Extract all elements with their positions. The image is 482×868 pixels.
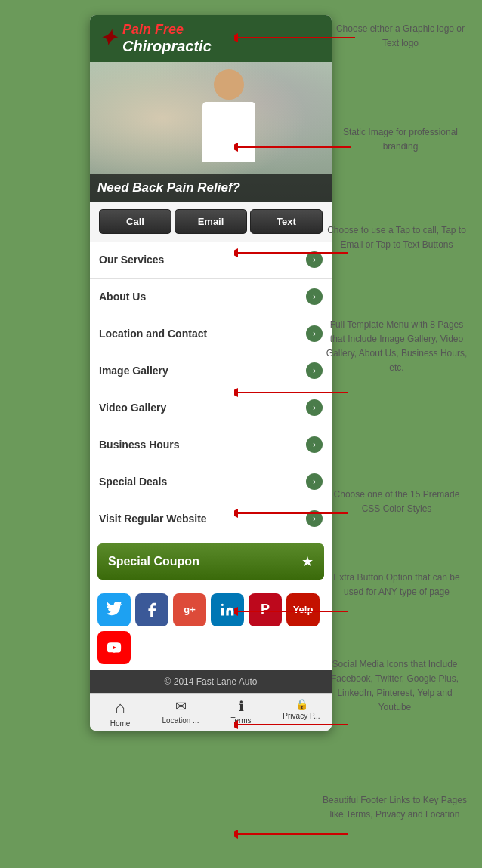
home-icon: ⌂ (115, 698, 125, 718)
chevron-icon: › (306, 362, 323, 379)
nav-location[interactable]: ✉ Location ... (158, 698, 203, 728)
chevron-icon: › (306, 473, 323, 490)
privacy-icon: 🔒 (295, 698, 308, 710)
figure-body (202, 102, 255, 162)
star-icon: ★ (301, 553, 314, 570)
youtube-icon[interactable] (97, 631, 131, 664)
menu-item-image-gallery[interactable]: Image Gallery › (90, 352, 332, 389)
chevron-icon: › (306, 325, 323, 342)
annotation-social: Social Media Icons that Include Facebook… (321, 657, 468, 714)
email-button[interactable]: Email (175, 209, 247, 234)
logo-text-block: Pain Free Chiropractic (122, 23, 212, 54)
menu-list: Our Services › About Us › Location and C… (90, 242, 332, 537)
googleplus-icon[interactable]: g+ (173, 593, 206, 626)
annotation-coupon-text: Extra Button Option that can be used for… (333, 572, 459, 597)
menu-item-label: Location and Contact (99, 328, 207, 340)
menu-item-special-deals[interactable]: Special Deals › (90, 463, 332, 500)
logo-line1: Pain Free (122, 23, 212, 38)
nav-home[interactable]: ⌂ Home (97, 698, 143, 728)
annotation-colors: Choose one of the 15 Premade CSS Color S… (325, 487, 468, 516)
social-icons-area: g+ P Yelp (90, 586, 332, 670)
annotation-social-text: Social Media Icons that Include Facebook… (331, 659, 459, 713)
annotation-buttons: Choose to use a Tap to call, Tap to Emai… (325, 223, 468, 251)
linkedin-icon[interactable] (211, 593, 244, 626)
terms-icon: ℹ (239, 698, 244, 715)
menu-item-label: Business Hours (99, 439, 180, 451)
chevron-icon: › (306, 436, 323, 453)
hero-area: Need Back Pain Relief? (90, 62, 332, 202)
facebook-icon[interactable] (135, 593, 168, 626)
svg-point-0 (221, 603, 224, 605)
phone-container: ✦ Pain Free Chiropractic Need Back Pain … (90, 15, 332, 731)
annotation-coupon: Extra Button Option that can be used for… (325, 570, 468, 599)
annotation-footer-text: Beautiful Footer Links to Key Pages like… (323, 795, 467, 820)
nav-home-label: Home (110, 719, 131, 728)
menu-item-location[interactable]: Location and Contact › (90, 315, 332, 352)
logo-area: ✦ Pain Free Chiropractic (90, 15, 332, 62)
nav-terms[interactable]: ℹ Terms (218, 698, 264, 728)
annotation-logo-text: Choose either a Graphic logo or Text log… (336, 23, 465, 48)
annotation-hero: Static Image for professional branding (332, 125, 468, 153)
annotation-buttons-text: Choose to use a Tap to call, Tap to Emai… (327, 225, 466, 250)
arrow-footer (234, 826, 385, 842)
nav-location-label: Location ... (162, 716, 199, 725)
bottom-nav: ⌂ Home ✉ Location ... ℹ Terms 🔒 Privacy … (90, 693, 332, 731)
text-button[interactable]: Text (250, 209, 323, 234)
location-icon: ✉ (175, 698, 187, 715)
menu-item-label: Our Services (99, 254, 164, 266)
coupon-label: Special Coupon (108, 555, 199, 568)
chevron-icon: › (306, 399, 323, 416)
annotation-logo: Choose either a Graphic logo or Text log… (332, 21, 468, 50)
yelp-icon[interactable]: Yelp (286, 593, 320, 626)
logo-line2: Chiropractic (122, 38, 212, 54)
menu-item-label: Special Deals (99, 476, 167, 488)
twitter-icon[interactable] (97, 593, 131, 626)
menu-item-visit-website[interactable]: Visit Regular Website › (90, 500, 332, 537)
nav-privacy[interactable]: 🔒 Privacy P... (279, 698, 324, 728)
footer-bar: © 2014 Fast Lane Auto (90, 670, 332, 693)
call-button[interactable]: Call (99, 209, 171, 234)
action-buttons: Call Email Text (90, 202, 332, 242)
footer-copyright: © 2014 Fast Lane Auto (165, 676, 258, 687)
menu-item-label: Visit Regular Website (99, 512, 207, 525)
menu-item-label: Video Gallery (99, 402, 166, 414)
hero-caption: Need Back Pain Relief? (90, 174, 332, 202)
menu-item-our-services[interactable]: Our Services › (90, 242, 332, 279)
menu-item-video-gallery[interactable]: Video Gallery › (90, 389, 332, 426)
menu-item-label: About Us (99, 291, 146, 303)
nav-privacy-label: Privacy P... (283, 712, 320, 720)
logo-icon: ✦ (99, 28, 116, 49)
page-wrapper: ✦ Pain Free Chiropractic Need Back Pain … (0, 0, 482, 868)
menu-item-about-us[interactable]: About Us › (90, 279, 332, 315)
annotation-colors-text: Choose one of the 15 Premade CSS Color S… (334, 489, 460, 514)
annotation-hero-text: Static Image for professional branding (343, 127, 458, 152)
hero-figure (184, 69, 274, 190)
annotation-menu-text: Full Template Menu with 8 Pages that Inc… (326, 319, 468, 373)
chevron-icon: › (306, 251, 323, 268)
chevron-icon: › (306, 288, 323, 305)
annotation-footer: Beautiful Footer Links to Key Pages like… (321, 793, 468, 821)
special-coupon-button[interactable]: Special Coupon ★ (97, 543, 324, 580)
figure-head (214, 69, 244, 100)
pinterest-icon[interactable]: P (249, 593, 282, 626)
nav-terms-label: Terms (230, 716, 251, 725)
menu-item-label: Image Gallery (99, 365, 168, 377)
chevron-icon: › (306, 510, 323, 527)
menu-item-business-hours[interactable]: Business Hours › (90, 426, 332, 463)
annotation-menu: Full Template Menu with 8 Pages that Inc… (325, 317, 468, 374)
